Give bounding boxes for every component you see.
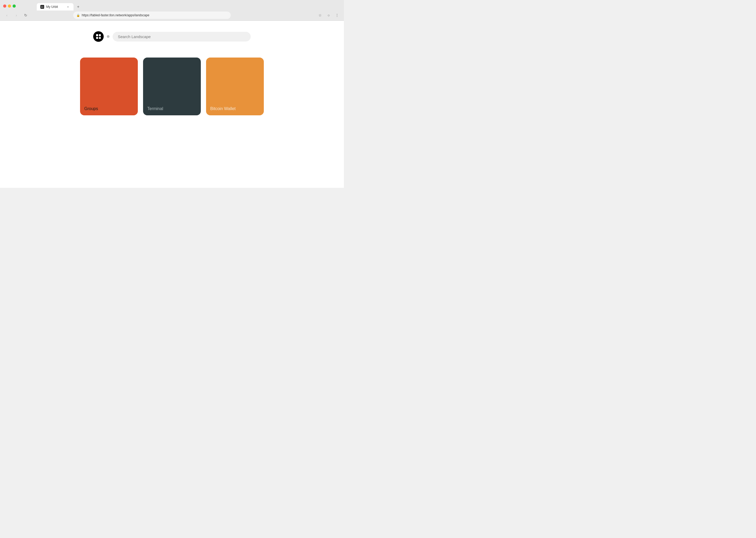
menu-button[interactable]: ⋮ (333, 12, 341, 19)
active-tab[interactable]: My Urbit × (37, 3, 73, 11)
bookmark-button[interactable]: ☆ (316, 12, 324, 19)
bitcoin-wallet-app-label: Bitcoin Wallet (210, 106, 235, 111)
bitcoin-wallet-app-tile[interactable]: Bitcoin Wallet (206, 58, 264, 115)
browser-chrome: My Urbit × + ‹ › ↻ 🔒 https://fabled-fast… (0, 0, 344, 21)
new-tab-button[interactable]: + (74, 3, 82, 11)
tab-close-button[interactable]: × (66, 5, 70, 9)
tabs-bar: My Urbit × + (35, 2, 84, 11)
window-controls (3, 4, 16, 8)
app-grid: Groups Terminal Bitcoin Wallet (80, 58, 264, 115)
url-display: https://fabled-faster.tlon.network/apps/… (82, 13, 228, 17)
search-area (93, 31, 251, 42)
window-minimize-button[interactable] (8, 4, 11, 8)
browser-actions: ☆ ○ ⋮ (316, 12, 341, 19)
profile-button[interactable]: ○ (325, 12, 332, 19)
groups-app-tile[interactable]: Groups (80, 58, 138, 115)
window-close-button[interactable] (3, 4, 6, 8)
tab-favicon (40, 5, 44, 9)
urbit-logo[interactable] (93, 31, 104, 42)
window-maximize-button[interactable] (13, 4, 16, 8)
terminal-app-tile[interactable]: Terminal (143, 58, 201, 115)
terminal-app-label: Terminal (147, 106, 163, 111)
lock-icon: 🔒 (76, 14, 80, 17)
address-bar[interactable]: 🔒 https://fabled-faster.tlon.network/app… (73, 12, 231, 19)
search-input[interactable] (113, 32, 251, 41)
page-content: Groups Terminal Bitcoin Wallet (0, 21, 344, 188)
tab-title: My Urbit (46, 5, 58, 9)
back-button[interactable]: ‹ (3, 12, 11, 19)
groups-app-label: Groups (84, 106, 98, 111)
address-bar-row: ‹ › ↻ 🔒 https://fabled-faster.tlon.netwo… (0, 10, 344, 21)
forward-button[interactable]: › (13, 12, 20, 19)
refresh-button[interactable]: ↻ (22, 12, 29, 19)
notification-dot (107, 35, 110, 38)
